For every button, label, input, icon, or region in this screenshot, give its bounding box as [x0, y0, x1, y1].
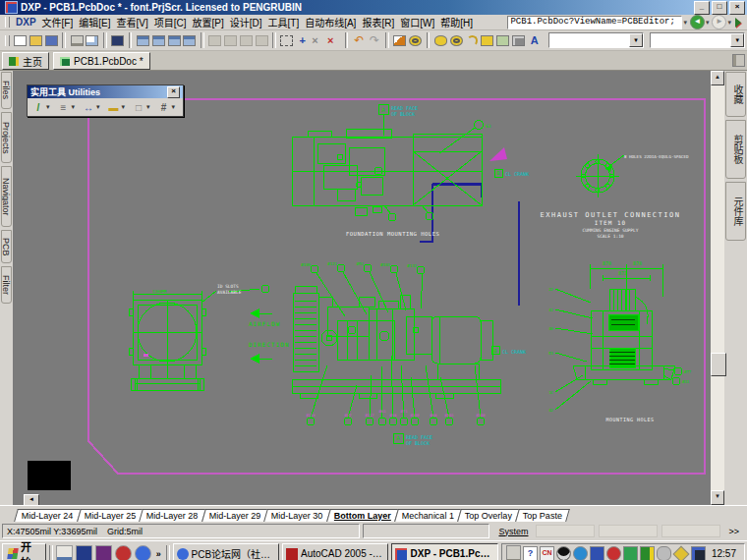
- quicklaunch-app-icon[interactable]: [95, 545, 112, 560]
- start-button[interactable]: 开始: [2, 543, 46, 560]
- internet-explorer-icon[interactable]: [135, 545, 151, 560]
- system-panels-button[interactable]: System: [494, 527, 532, 536]
- layer-tab-top-paste[interactable]: Top Paste: [515, 509, 570, 522]
- hscroll-left-button[interactable]: ◄: [24, 494, 39, 505]
- panel-tab-pcb[interactable]: PCB: [1, 230, 12, 263]
- clear-filter-button[interactable]: ×: [326, 32, 342, 49]
- app-tray-icon[interactable]: [606, 546, 621, 560]
- open-button[interactable]: [29, 32, 44, 49]
- dropdown-caret-icon[interactable]: ▾: [46, 103, 50, 111]
- place-polygon-button[interactable]: [495, 32, 511, 49]
- language-indicator-cn[interactable]: CN: [540, 546, 554, 560]
- layer-tab-mid25[interactable]: Mid-Layer 25: [77, 509, 144, 522]
- align-tool-button[interactable]: ≡▾: [55, 100, 79, 115]
- dropdown-caret-icon[interactable]: ▾: [146, 103, 150, 111]
- layer-tab-top-overlay[interactable]: Top Overlay: [457, 509, 520, 522]
- menu-window[interactable]: 窗口[W]: [397, 15, 437, 29]
- menu-help[interactable]: 帮助[H]: [437, 15, 476, 29]
- panel-group-button[interactable]: [599, 525, 658, 537]
- place-fill-button[interactable]: [480, 32, 495, 49]
- messenger-tray-icon[interactable]: [573, 546, 588, 560]
- panel-group-button[interactable]: [536, 525, 595, 537]
- app-tray-icon[interactable]: [590, 546, 604, 560]
- panel-tab-projects[interactable]: Projects: [1, 112, 12, 163]
- select-region-button[interactable]: [279, 32, 295, 49]
- vertical-scrollbar[interactable]: ▲ ▼: [711, 71, 724, 505]
- new-document-button[interactable]: [13, 32, 29, 49]
- dxp-home-icon[interactable]: [735, 18, 741, 28]
- panels-icon[interactable]: [732, 54, 745, 67]
- menu-tools[interactable]: 工具[T]: [265, 15, 303, 29]
- task-autocad[interactable]: AutoCAD 2005 - [C:\D...: [282, 543, 388, 560]
- address-input[interactable]: PCB1.PcbDoc?ViewName=PCBEditor;: [507, 16, 682, 29]
- dropdown-caret-icon[interactable]: ▾: [122, 103, 126, 111]
- place-via-button[interactable]: [448, 32, 464, 49]
- task-pcb-forum[interactable]: PCB论坛网（社区|技术...: [173, 543, 279, 560]
- app-tray-icon[interactable]: [691, 546, 706, 560]
- undo-button[interactable]: ↶: [351, 32, 367, 49]
- move-selection-button[interactable]: +: [295, 32, 311, 49]
- print-button[interactable]: [69, 32, 85, 49]
- menu-reports[interactable]: 报表[R]: [359, 15, 397, 29]
- menu-file[interactable]: 文件[F]: [39, 15, 77, 29]
- open-window-3-button[interactable]: [166, 32, 182, 49]
- close-button[interactable]: ×: [729, 1, 745, 15]
- layer-tab-mid29[interactable]: Mid-Layer 29: [201, 509, 268, 522]
- toolbar-grip[interactable]: [5, 17, 10, 28]
- place-string-button[interactable]: A: [527, 32, 543, 49]
- open-window-4-button[interactable]: [182, 32, 198, 49]
- quicklaunch-overflow-icon[interactable]: »: [154, 549, 163, 559]
- layer-tab-mech1[interactable]: Mechanical 1: [394, 509, 462, 522]
- tab-pcb1-pcbdoc[interactable]: PCB1.PcbDoc *: [53, 52, 150, 70]
- menu-design[interactable]: 设计[D]: [227, 15, 265, 29]
- panel-tab-navigator[interactable]: Navigator: [1, 166, 12, 227]
- interactive-route-button[interactable]: [392, 32, 408, 49]
- menu-dxp[interactable]: DXP: [13, 17, 39, 28]
- layer-tab-mid24[interactable]: Mid-Layer 24: [14, 509, 81, 522]
- footprint-combobox[interactable]: ▾: [548, 32, 644, 48]
- scroll-up-icon[interactable]: ▲: [711, 71, 724, 85]
- menu-project[interactable]: 项目[C]: [151, 15, 190, 29]
- deselect-button[interactable]: ×: [311, 32, 326, 49]
- utilities-title-bar[interactable]: 实用工具 Utilities ×: [28, 85, 183, 98]
- copy-button[interactable]: [223, 32, 239, 49]
- panel-tab-filter[interactable]: Filter: [1, 266, 12, 304]
- find-button[interactable]: [408, 32, 424, 49]
- menu-place[interactable]: 放置[P]: [189, 15, 226, 29]
- cut-button[interactable]: [207, 32, 223, 49]
- layer-tab-bottom[interactable]: Bottom Layer: [326, 509, 399, 522]
- forward-button[interactable]: ►: [712, 15, 726, 29]
- tab-home[interactable]: 主页: [2, 52, 49, 70]
- dropdown-caret-icon[interactable]: ▾: [172, 103, 176, 111]
- room-tool-button[interactable]: □▾: [130, 100, 153, 115]
- app-tray-icon[interactable]: [672, 545, 689, 560]
- more-panels-button[interactable]: >>: [724, 526, 743, 537]
- redo-button[interactable]: ↷: [367, 32, 382, 49]
- scrollbar-thumb[interactable]: [711, 353, 726, 376]
- grid-tool-button[interactable]: #▾: [155, 100, 179, 115]
- qq-tray-icon[interactable]: [556, 546, 571, 560]
- dropdown-caret-icon[interactable]: ▾: [96, 103, 100, 111]
- panel-tab-libraries[interactable]: 元件库: [725, 182, 746, 241]
- address-dropdown-icon[interactable]: ▾: [683, 19, 687, 27]
- net-combobox[interactable]: ▾: [650, 32, 745, 48]
- open-window-1-button[interactable]: [135, 32, 150, 49]
- menu-edit[interactable]: 编辑[E]: [76, 15, 113, 29]
- layer-tab-mid28[interactable]: Mid-Layer 28: [139, 509, 205, 522]
- maximize-button[interactable]: □: [712, 1, 727, 15]
- panel-tab-favorites[interactable]: 收藏: [725, 72, 746, 117]
- draw-tool-button[interactable]: /▾: [29, 100, 53, 115]
- task-dxp-active[interactable]: DXP - PCB1.PcbDoc * - f...: [391, 543, 497, 560]
- cross-probe-button[interactable]: [110, 32, 126, 49]
- dropdown-caret-icon[interactable]: ▾: [72, 103, 76, 111]
- combo-dropdown-icon[interactable]: ▾: [629, 33, 643, 47]
- paste-array-button[interactable]: [254, 32, 269, 49]
- minimize-button[interactable]: _: [694, 1, 710, 15]
- back-button[interactable]: ◄: [690, 15, 705, 29]
- place-pad-button[interactable]: [432, 32, 448, 49]
- open-window-2-button[interactable]: [150, 32, 166, 49]
- place-component-button[interactable]: [511, 32, 527, 49]
- dimension-tool-button[interactable]: ↔▾: [80, 100, 103, 115]
- show-desktop-icon[interactable]: [56, 545, 73, 560]
- menu-view[interactable]: 查看[V]: [113, 15, 150, 29]
